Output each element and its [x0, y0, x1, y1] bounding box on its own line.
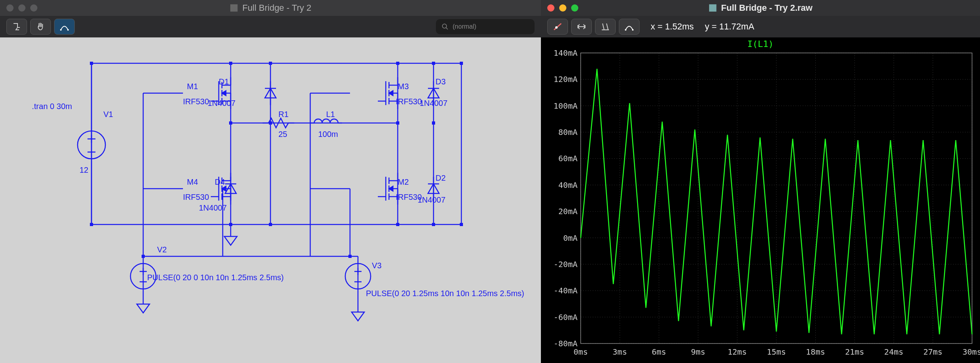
traffic-lights-left[interactable] — [6, 4, 37, 12]
svg-text:0ms: 0ms — [574, 347, 588, 357]
label-L1: L1 — [326, 110, 335, 119]
gnd-2 — [137, 304, 150, 313]
svg-rect-13 — [90, 223, 93, 226]
svg-text:20mA: 20mA — [558, 207, 578, 216]
svg-text:100mA: 100mA — [554, 101, 578, 111]
svg-text:21ms: 21ms — [845, 347, 864, 357]
svg-text:120mA: 120mA — [554, 74, 578, 84]
zoom-dot[interactable] — [30, 4, 37, 12]
svg-point-1 — [60, 29, 62, 31]
cursor-tool-button[interactable] — [547, 19, 568, 35]
label-D2: D2 — [436, 174, 446, 182]
run-button[interactable] — [6, 19, 27, 35]
label-M1: M1 — [187, 82, 198, 91]
autoscale-button[interactable] — [619, 19, 640, 35]
component-M2[interactable] — [378, 173, 398, 205]
probe-button[interactable] — [54, 19, 75, 35]
titlebar-left[interactable]: Full Bridge - Try 2 — [0, 0, 541, 16]
svg-rect-8 — [460, 62, 463, 65]
close-dot[interactable] — [6, 4, 14, 12]
schematic-window: Full Bridge - Try 2 (normal) — [0, 0, 541, 363]
value-V1: 12 — [80, 166, 88, 174]
trace-label[interactable]: I(L1) — [541, 37, 980, 49]
window-title-right: Full Bridge - Try 2.raw — [721, 3, 813, 13]
label-M3: M3 — [398, 82, 409, 91]
svg-rect-5 — [90, 62, 93, 65]
label-D4: D4 — [215, 178, 225, 186]
svg-text:-40mA: -40mA — [554, 286, 578, 295]
svg-point-2 — [67, 29, 69, 31]
svg-rect-0 — [230, 4, 237, 12]
min-dot[interactable] — [18, 4, 25, 12]
waveform-plot[interactable]: 0ms3ms6ms9ms12ms15ms18ms21ms24ms27ms30ms… — [541, 49, 980, 363]
svg-rect-20 — [432, 223, 435, 226]
svg-rect-19 — [269, 223, 272, 226]
zoom-dot[interactable] — [571, 4, 578, 12]
schematic-canvas[interactable]: V1 12 — [0, 37, 541, 363]
svg-text:15ms: 15ms — [767, 347, 786, 357]
svg-text:-80mA: -80mA — [554, 339, 578, 348]
component-L1[interactable] — [310, 119, 342, 123]
model-D4: 1N4007 — [199, 203, 227, 212]
svg-rect-22 — [432, 121, 435, 125]
svg-text:0mA: 0mA — [563, 233, 578, 243]
svg-rect-47 — [709, 4, 716, 12]
svg-text:12ms: 12ms — [728, 347, 747, 357]
cursor-x-readout: x = 1.52ms — [651, 21, 694, 32]
svg-rect-11 — [229, 223, 232, 226]
svg-text:140mA: 140mA — [554, 49, 578, 58]
svg-rect-18 — [432, 62, 435, 65]
min-dot[interactable] — [559, 4, 566, 12]
svg-rect-9 — [229, 121, 232, 125]
svg-text:30ms: 30ms — [962, 347, 980, 357]
model-M1: IRF530 — [183, 97, 209, 106]
waveform-window: Full Bridge - Try 2.raw x = 1.52ms y = 1… — [541, 0, 980, 363]
spice-directive[interactable]: .tran 0 30m — [32, 102, 72, 111]
svg-rect-10 — [396, 121, 399, 125]
svg-rect-6 — [229, 62, 232, 65]
svg-text:40mA: 40mA — [558, 180, 578, 190]
cursor-y-readout: y = 11.72mA — [705, 21, 754, 32]
value-V3: PULSE(0 20 1.25ms 10n 10n 1.25ms 2.5ms) — [366, 289, 524, 298]
label-D1: D1 — [219, 77, 229, 86]
svg-point-3 — [442, 24, 447, 28]
model-M3: IRF530 — [396, 97, 422, 106]
svg-rect-16 — [348, 255, 352, 258]
svg-text:80mA: 80mA — [558, 127, 578, 137]
titlebar-right[interactable]: Full Bridge - Try 2.raw — [541, 0, 980, 16]
model-D3: 1N4007 — [420, 99, 447, 107]
svg-line-48 — [554, 23, 561, 30]
plot-canvas[interactable]: I(L1) 0ms3ms6ms9ms12ms15ms18ms21ms24ms27… — [541, 37, 980, 363]
pan-button[interactable] — [30, 19, 51, 35]
label-V2: V2 — [157, 245, 167, 254]
svg-text:60mA: 60mA — [558, 154, 578, 163]
toolbar-left: (normal) — [0, 16, 541, 37]
svg-rect-14 — [460, 223, 463, 226]
gnd-1 — [224, 236, 237, 245]
label-M4: M4 — [187, 178, 198, 186]
svg-line-4 — [446, 27, 448, 29]
svg-rect-7 — [396, 62, 399, 65]
svg-text:27ms: 27ms — [924, 347, 943, 357]
search-placeholder: (normal) — [453, 23, 476, 30]
traffic-lights-right[interactable] — [547, 4, 578, 12]
horiz-zoom-button[interactable] — [571, 19, 592, 35]
component-M3[interactable] — [378, 77, 398, 109]
window-title-left: Full Bridge - Try 2 — [242, 3, 311, 13]
search-box[interactable]: (normal) — [436, 19, 535, 34]
label-R1: R1 — [278, 110, 289, 119]
svg-text:9ms: 9ms — [691, 347, 705, 357]
svg-rect-12 — [396, 223, 399, 226]
label-D3: D3 — [436, 77, 446, 86]
svg-text:3ms: 3ms — [612, 347, 627, 357]
vert-zoom-button[interactable] — [595, 19, 616, 35]
svg-text:-20mA: -20mA — [554, 260, 578, 269]
svg-text:6ms: 6ms — [652, 347, 666, 357]
component-R1[interactable] — [262, 118, 294, 128]
model-D1: 1N4007 — [208, 99, 235, 107]
close-dot[interactable] — [547, 4, 554, 12]
model-M4: IRF530 — [183, 193, 209, 201]
component-D1[interactable] — [265, 81, 276, 105]
svg-rect-15 — [142, 255, 145, 258]
app-icon — [708, 4, 717, 12]
